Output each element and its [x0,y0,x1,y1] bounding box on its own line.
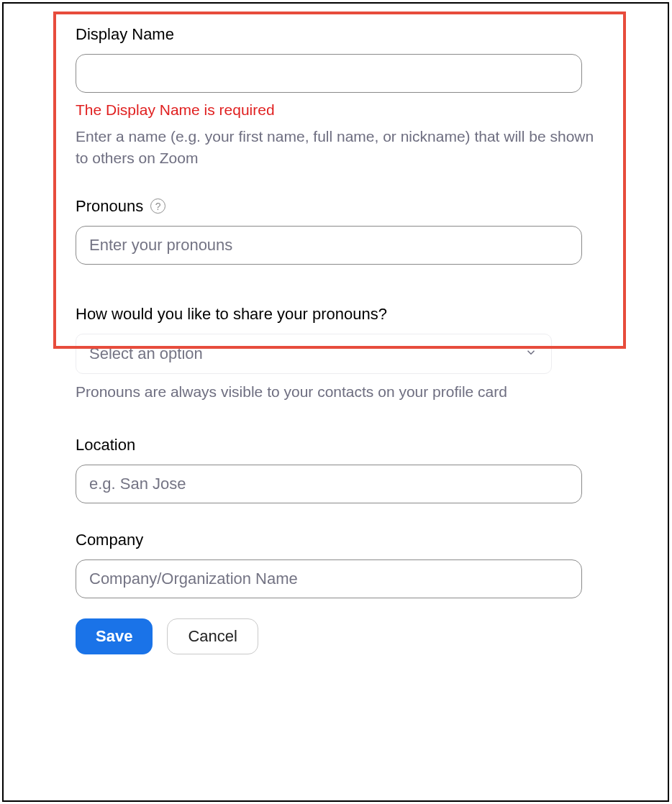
pronouns-share-field-group: How would you like to share your pronoun… [76,305,596,403]
cancel-button[interactable]: Cancel [167,618,258,654]
form-panel: Display Name The Display Name is require… [2,2,669,802]
company-label: Company [76,531,596,549]
form-button-row: Save Cancel [76,618,596,654]
pronouns-share-select[interactable]: Select an option [76,334,552,374]
profile-form: Display Name The Display Name is require… [4,4,668,676]
location-label: Location [76,436,596,454]
display-name-input[interactable] [76,54,582,93]
location-field-group: Location [76,436,596,503]
pronouns-label: Pronouns [76,197,143,216]
pronouns-input[interactable] [76,226,582,265]
pronouns-share-help: Pronouns are always visible to your cont… [76,381,596,403]
company-input[interactable] [76,559,582,598]
pronouns-share-label: How would you like to share your pronoun… [76,305,596,324]
display-name-error: The Display Name is required [76,101,596,119]
location-input[interactable] [76,465,582,503]
save-button[interactable]: Save [76,618,153,654]
display-name-help: Enter a name (e.g. your first name, full… [76,126,596,170]
company-field-group: Company [76,531,596,598]
question-mark-icon[interactable]: ? [150,198,165,214]
pronouns-field-group: Pronouns ? [76,197,596,265]
display-name-label: Display Name [76,25,596,44]
display-name-field-group: Display Name The Display Name is require… [76,25,596,170]
